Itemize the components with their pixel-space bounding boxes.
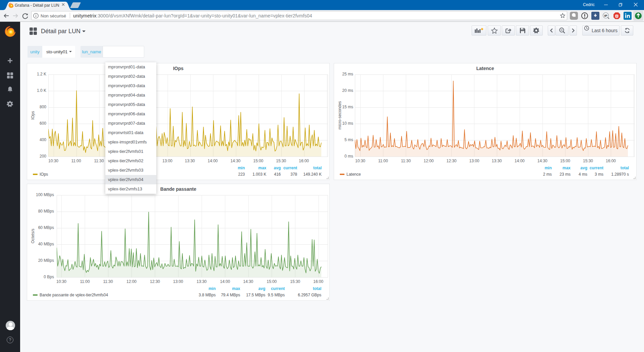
svg-text:IP: IP <box>604 14 608 17</box>
